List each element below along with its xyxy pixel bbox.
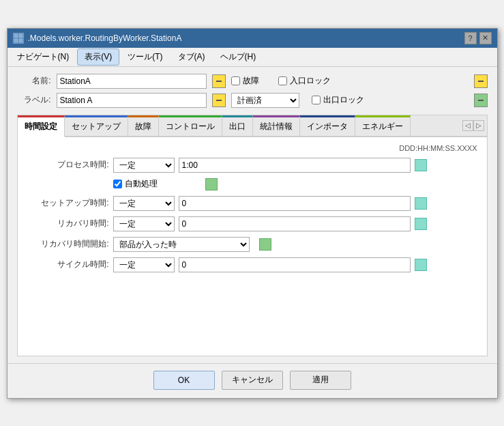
tab-next-button[interactable]: ▷ xyxy=(473,120,484,131)
entry-lock-group: 入口ロック xyxy=(278,75,331,87)
process-time-input[interactable] xyxy=(179,158,411,173)
exit-lock-label: 出口ロック xyxy=(323,94,364,106)
tab-time-content: DDD:HH:MM:SS.XXXX プロセス時間: 一定 自動処理 xyxy=(18,137,487,356)
recovery-time-color-btn[interactable] xyxy=(415,218,427,230)
recovery-start-row: リカバリ時間開始: 部品が入った時 xyxy=(27,237,477,252)
entry-lock-label: 入口ロック xyxy=(290,75,331,87)
name-label: 名前: xyxy=(17,75,51,87)
auto-process-checkbox[interactable] xyxy=(113,180,122,188)
tab-time[interactable]: 時間設定 xyxy=(18,115,65,137)
tabs-container: 時間設定 セットアップ 故障 コントロール 出口 統計情報 インポータ エネルギ… xyxy=(17,115,488,356)
recovery-time-dropdown[interactable]: 一定 xyxy=(113,216,175,231)
recovery-time-row: リカバリ時間: 一定 xyxy=(27,216,477,231)
entry-lock-checkbox[interactable] xyxy=(278,76,287,85)
title-controls: ? ✕ xyxy=(464,32,492,44)
tab-stats[interactable]: 統計情報 xyxy=(253,115,300,136)
fault-checkbox[interactable] xyxy=(231,76,240,85)
cancel-button[interactable]: キャンセル xyxy=(222,371,283,390)
name-input[interactable] xyxy=(57,74,207,89)
recovery-start-label: リカバリ時間開始: xyxy=(27,238,109,250)
cycle-time-dropdown[interactable]: 一定 xyxy=(113,257,175,272)
tab-energy[interactable]: エネルギー xyxy=(355,115,411,136)
exit-lock-checkbox[interactable] xyxy=(312,96,321,104)
svg-rect-3 xyxy=(19,39,23,42)
exit-lock-color-button[interactable] xyxy=(474,94,488,107)
entry-lock-color-button[interactable] xyxy=(474,74,488,88)
label-color-button[interactable] xyxy=(212,94,226,107)
format-hint: DDD:HH:MM:SS.XXXX xyxy=(27,144,477,152)
fault-checkbox-group: 故障 xyxy=(231,75,259,87)
name-color-button[interactable] xyxy=(212,74,226,88)
close-button[interactable]: ✕ xyxy=(479,32,492,44)
menu-view[interactable]: 表示(V) xyxy=(77,48,119,66)
dialog-window: .Models.worker.RoutingByWorker.StationA … xyxy=(7,28,498,399)
setup-time-dropdown[interactable]: 一定 xyxy=(113,196,175,211)
cycle-time-input[interactable] xyxy=(179,257,411,272)
auto-process-label: 自動処理 xyxy=(125,178,158,190)
setup-time-label: セットアップ時間: xyxy=(27,197,109,209)
title-text: .Models.worker.RoutingByWorker.StationA xyxy=(28,33,182,43)
cycle-time-label: サイクル時間: xyxy=(27,259,109,270)
auto-process-group: 自動処理 xyxy=(113,178,158,190)
process-time-dropdown[interactable]: 一定 xyxy=(113,158,175,173)
label-input[interactable] xyxy=(57,93,207,108)
help-button[interactable]: ? xyxy=(464,32,477,44)
auto-process-row: 自動処理 xyxy=(113,178,477,190)
setup-time-color-btn[interactable] xyxy=(415,197,427,210)
svg-rect-2 xyxy=(14,39,18,42)
planned-dropdown[interactable]: 計画済 xyxy=(231,93,299,108)
setup-time-input[interactable] xyxy=(179,196,411,211)
process-time-row: プロセス時間: 一定 xyxy=(27,158,477,173)
tab-setup[interactable]: セットアップ xyxy=(65,115,128,136)
title-bar: .Models.worker.RoutingByWorker.StationA … xyxy=(8,29,497,48)
menu-help[interactable]: ヘルプ(H) xyxy=(213,49,263,65)
tab-prev-button[interactable]: ◁ xyxy=(462,120,473,131)
svg-rect-4 xyxy=(216,81,222,82)
recovery-start-dropdown[interactable]: 部品が入った時 xyxy=(113,237,250,252)
tab-navigation: ◁ ▷ xyxy=(460,120,487,131)
label-label: ラベル: xyxy=(17,94,51,106)
cycle-time-color-btn[interactable] xyxy=(415,259,427,271)
process-time-color-btn[interactable] xyxy=(415,159,427,171)
tab-exit[interactable]: 出口 xyxy=(222,115,253,136)
fault-label: 故障 xyxy=(243,75,259,87)
tab-importer[interactable]: インポータ xyxy=(300,115,355,136)
recovery-time-label: リカバリ時間: xyxy=(27,218,109,229)
app-icon xyxy=(13,33,24,44)
menu-tools[interactable]: ツール(T) xyxy=(121,49,169,65)
ok-button[interactable]: OK xyxy=(153,371,215,390)
svg-rect-1 xyxy=(19,34,23,38)
svg-rect-7 xyxy=(478,100,484,101)
svg-rect-0 xyxy=(14,34,18,38)
svg-rect-5 xyxy=(478,81,484,82)
tab-fault[interactable]: 故障 xyxy=(128,115,159,136)
menubar: ナビゲート(N) 表示(V) ツール(T) タブ(A) ヘルプ(H) xyxy=(8,48,497,67)
cycle-time-row: サイクル時間: 一定 xyxy=(27,257,477,272)
menu-tab[interactable]: タブ(A) xyxy=(171,49,212,65)
auto-process-color-btn[interactable] xyxy=(205,178,218,190)
tab-control[interactable]: コントロール xyxy=(159,115,222,136)
recovery-start-color-btn[interactable] xyxy=(259,238,271,251)
label-row: ラベル: 計画済 出口ロック xyxy=(17,93,488,108)
tabs-header: 時間設定 セットアップ 故障 コントロール 出口 統計情報 インポータ エネルギ… xyxy=(18,115,487,137)
exit-lock-group: 出口ロック xyxy=(312,94,364,106)
recovery-time-input[interactable] xyxy=(179,216,411,231)
main-content: 名前: 故障 入口ロック ラベル: xyxy=(8,67,497,363)
name-row: 名前: 故障 入口ロック xyxy=(17,74,488,89)
apply-button[interactable]: 適用 xyxy=(290,371,351,390)
dialog-footer: OK キャンセル 適用 xyxy=(8,363,497,398)
menu-navigate[interactable]: ナビゲート(N) xyxy=(10,49,76,65)
svg-rect-6 xyxy=(216,100,222,101)
title-bar-left: .Models.worker.RoutingByWorker.StationA xyxy=(13,33,182,44)
setup-time-row: セットアップ時間: 一定 xyxy=(27,196,477,211)
process-time-label: プロセス時間: xyxy=(27,159,109,171)
